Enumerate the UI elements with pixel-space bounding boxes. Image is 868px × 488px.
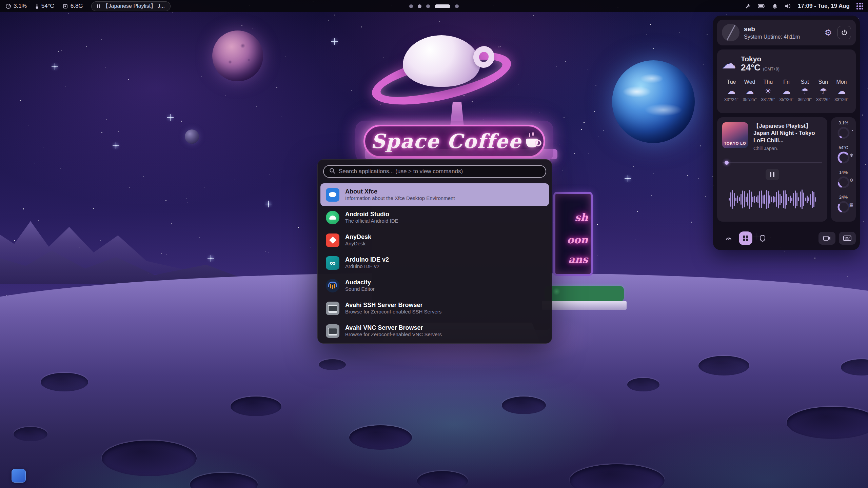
settings-gear-icon[interactable]: ⚙	[825, 28, 832, 38]
cpu-gauge-icon	[5, 3, 11, 9]
app-subtitle: Arduino IDE v2	[345, 263, 389, 270]
star	[128, 79, 129, 80]
clock[interactable]: 17:09 - Tue, 19 Aug	[798, 3, 850, 9]
sparkle-star	[170, 117, 171, 118]
star	[650, 24, 651, 25]
keyboard-button[interactable]	[839, 232, 856, 245]
star	[252, 28, 253, 28]
workspace-dot-active[interactable]	[435, 4, 450, 8]
star	[298, 227, 299, 228]
search-icon	[329, 168, 335, 175]
app-title: About Xfce	[345, 188, 455, 196]
star	[500, 46, 501, 47]
star	[256, 106, 257, 107]
crater	[102, 441, 197, 476]
album-art-label: TOKYO LO	[724, 141, 746, 145]
app-title: Audacity	[345, 279, 375, 286]
battery-tray-icon[interactable]	[758, 4, 765, 8]
star	[498, 46, 499, 47]
waveform-bar	[749, 190, 750, 209]
waveform-bar	[756, 197, 757, 202]
star	[101, 132, 102, 133]
gpu-gauge: 14% ⚙	[831, 169, 856, 194]
waveform-bar	[783, 190, 784, 208]
sparkle-star	[268, 203, 269, 205]
workspace-dot[interactable]	[426, 4, 430, 8]
app-subtitle: Sound Editor	[345, 286, 375, 292]
notifications-bell-icon[interactable]	[772, 3, 778, 9]
arduino-icon	[326, 256, 339, 270]
shield-button[interactable]	[756, 231, 769, 245]
launcher-item-android-studio[interactable]: Android Studio The official Android IDE	[318, 206, 552, 229]
app-grid-icon[interactable]	[856, 3, 863, 9]
star	[143, 176, 144, 177]
power-button[interactable]	[837, 26, 851, 39]
desktop-shortcut-icon[interactable]	[12, 469, 26, 483]
app-subtitle: Browse for Zeroconf-enabled SSH Servers	[345, 309, 441, 315]
purple-planet	[212, 30, 263, 81]
star	[867, 88, 868, 88]
thermometer-icon	[35, 3, 39, 9]
star	[556, 66, 557, 67]
audacity-icon	[326, 279, 339, 292]
gauge-button[interactable]	[722, 231, 735, 245]
waveform-bar	[769, 195, 770, 204]
star	[584, 122, 585, 123]
waveform-bar	[798, 197, 799, 201]
media-progress-bar[interactable]	[723, 162, 822, 163]
star	[269, 252, 269, 252]
screencast-button[interactable]	[818, 232, 835, 245]
waveform-bar	[812, 191, 813, 208]
star	[38, 220, 39, 221]
media-pill-button[interactable]: 【Japanese Playlist】 J...	[91, 1, 171, 11]
waveform-bar	[747, 193, 748, 206]
workspace-dot[interactable]	[418, 4, 421, 8]
waveform-bar	[805, 198, 806, 201]
waveform-bar	[810, 194, 811, 205]
star	[439, 21, 440, 22]
star	[285, 236, 285, 236]
waveform-bar	[766, 190, 767, 209]
android-studio-icon	[326, 211, 339, 224]
weather-city: Tokyo	[741, 55, 780, 63]
launcher-item-avahi-vnc[interactable]: Avahi VNC Server Browser Browse for Zero…	[318, 320, 552, 342]
workspace-dot[interactable]	[409, 4, 413, 8]
star	[285, 57, 286, 57]
star	[814, 258, 815, 259]
volume-tray-icon[interactable]	[785, 3, 791, 9]
progress-handle[interactable]	[725, 161, 729, 165]
search-bar[interactable]	[323, 165, 546, 178]
star	[707, 34, 708, 35]
waveform-bar	[730, 192, 731, 207]
launcher-item-audacity[interactable]: Audacity Sound Editor	[318, 274, 552, 297]
waveform-bar	[759, 191, 760, 208]
tools-tray-icon[interactable]	[745, 3, 751, 9]
launcher-item-anydesk[interactable]: AnyDesk AnyDesk	[318, 229, 552, 251]
track-title: 【Japanese Playlist】 Japan All Night - To…	[753, 122, 822, 144]
crater	[502, 396, 546, 414]
crater	[14, 427, 47, 441]
cloud-icon: ☁	[782, 87, 790, 95]
star	[532, 112, 532, 113]
waveform-bar	[752, 197, 753, 202]
star	[865, 164, 866, 165]
search-input[interactable]	[339, 168, 540, 175]
star	[653, 48, 654, 49]
launcher-item-avahi-ssh[interactable]: Avahi SSH Server Browser Browse for Zero…	[318, 297, 552, 320]
star	[595, 85, 596, 86]
launcher-item-arduino-ide[interactable]: Arduino IDE v2 Arduino IDE v2	[318, 251, 552, 274]
app-title: Avahi VNC Server Browser	[345, 324, 442, 332]
temperature-gauge: 54°C ✻	[831, 145, 856, 169]
crater	[41, 373, 88, 391]
star	[68, 13, 69, 14]
play-pause-button[interactable]	[766, 169, 779, 180]
star	[691, 222, 692, 223]
workspace-dot[interactable]	[455, 4, 459, 8]
launcher-item-about-xfce[interactable]: About Xfce Information about the Xfce De…	[320, 183, 549, 206]
forecast-day: Tue ☁ 33°/24°	[723, 79, 740, 102]
neon-window-text: ans	[568, 253, 588, 265]
sparkle-star	[627, 178, 629, 179]
star	[58, 51, 59, 52]
waveform-bar	[764, 195, 765, 204]
apps-dashboard-button[interactable]	[739, 231, 752, 245]
